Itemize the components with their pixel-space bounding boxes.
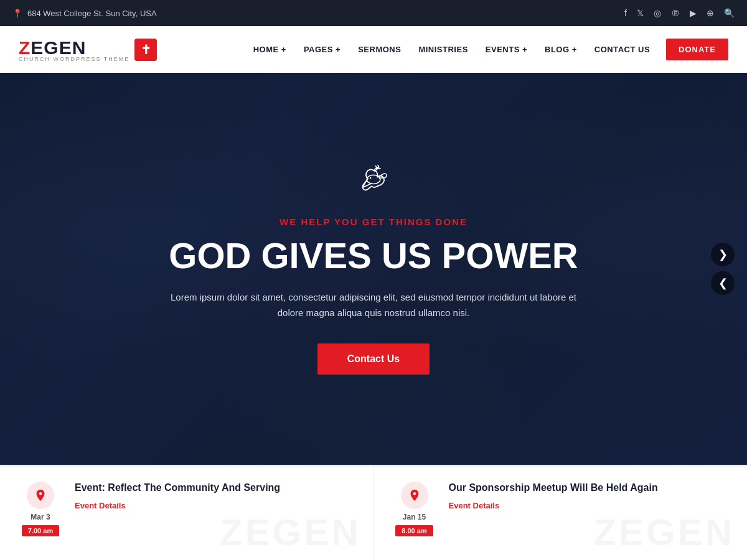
event-title-2: Our Sponsorship Meetup Will Be Held Agai… xyxy=(449,482,729,495)
nav-item-sermons[interactable]: SERMONS xyxy=(350,40,408,59)
hero-cta-button[interactable]: Contact Us xyxy=(317,343,430,375)
hero-title: GOD GIVES US POWER xyxy=(162,236,585,276)
event-details-link-1[interactable]: Event Details xyxy=(75,501,126,510)
event-info-1: Event: Reflect The Community And Serving… xyxy=(75,482,355,511)
top-bar: 📍 684 West College St. Sun City, USA f 𝕏… xyxy=(0,0,747,26)
event-location-icon-1 xyxy=(27,482,54,509)
nav-item-pages[interactable]: PAGES + xyxy=(296,40,348,59)
event-details-link-2[interactable]: Event Details xyxy=(449,501,500,510)
hero-content: WE HELP YOU GET THINGS DONE GOD GIVES US… xyxy=(137,163,610,375)
twitter-icon[interactable]: 𝕏 xyxy=(637,8,644,18)
event-location-icon-2 xyxy=(401,482,428,509)
facebook-icon[interactable]: f xyxy=(624,8,627,18)
event-info-2: Our Sponsorship Meetup Will Be Held Agai… xyxy=(449,482,729,511)
search-icon[interactable]: 🔍 xyxy=(724,8,735,18)
logo-z: Z xyxy=(19,37,31,58)
nav-item-ministries[interactable]: MINISTRIES xyxy=(411,40,475,59)
hero-subtitle: WE HELP YOU GET THINGS DONE xyxy=(162,217,585,227)
event-time-badge-2: 8.00 am xyxy=(395,525,433,536)
slider-prev-arrow[interactable]: ❮ xyxy=(711,271,735,295)
logo-cross-icon: ✝ xyxy=(134,39,157,61)
dribbble-icon[interactable]: ⊕ xyxy=(707,8,714,18)
instagram-icon[interactable]: ◎ xyxy=(654,8,661,18)
logo-wordmark: ZEGEN CHURCH WORDPRESS THEME xyxy=(19,37,129,62)
event-date-box-1: Mar 3 7.00 am xyxy=(19,482,62,536)
pinterest-icon[interactable]: ℗ xyxy=(671,8,680,18)
main-nav: HOME + PAGES + SERMONS MINISTRIES EVENTS… xyxy=(246,39,728,60)
events-section: Mar 3 7.00 am Event: Reflect The Communi… xyxy=(0,465,747,560)
slider-next-arrow[interactable]: ❯ xyxy=(711,243,735,266)
event-title-1: Event: Reflect The Community And Serving xyxy=(75,482,355,495)
nav-item-events[interactable]: EVENTS + xyxy=(478,40,535,59)
nav-item-home[interactable]: HOME + xyxy=(246,40,294,59)
event-card-1: Mar 3 7.00 am Event: Reflect The Communi… xyxy=(0,465,374,560)
top-bar-address: 684 West College St. Sun City, USA xyxy=(27,9,157,18)
event-date-box-2: Jan 15 8.00 am xyxy=(393,482,436,536)
event-month-day-2: Jan 15 xyxy=(403,513,426,521)
logo-egen: EGEN xyxy=(31,37,86,58)
event-card-2: Jan 15 8.00 am Our Sponsorship Meetup Wi… xyxy=(374,465,748,560)
logo[interactable]: ZEGEN CHURCH WORDPRESS THEME ✝ xyxy=(19,37,157,62)
top-bar-social-links[interactable]: f 𝕏 ◎ ℗ ▶ ⊕ 🔍 xyxy=(624,8,735,18)
donate-button[interactable]: DONATE xyxy=(666,39,728,60)
hero-description: Lorem ipsum dolor sit amet, consectetur … xyxy=(162,289,585,321)
nav-item-contact[interactable]: CONTACT US xyxy=(587,40,657,59)
hero-section: WE HELP YOU GET THINGS DONE GOD GIVES US… xyxy=(0,73,747,465)
event-time-badge-1: 7.00 am xyxy=(22,525,59,536)
youtube-icon[interactable]: ▶ xyxy=(690,8,697,18)
top-bar-address-group: 📍 684 West College St. Sun City, USA xyxy=(12,9,157,18)
location-icon: 📍 xyxy=(12,9,22,18)
event-month-day-1: Mar 3 xyxy=(31,513,50,521)
nav-item-blog[interactable]: BLOG + xyxy=(537,40,585,59)
logo-tagline: CHURCH WORDPRESS THEME xyxy=(19,56,129,62)
svg-point-1 xyxy=(370,177,371,179)
slider-arrows: ❯ ❮ xyxy=(711,243,735,295)
dove-icon xyxy=(162,163,585,205)
header: ZEGEN CHURCH WORDPRESS THEME ✝ HOME + PA… xyxy=(0,26,747,73)
